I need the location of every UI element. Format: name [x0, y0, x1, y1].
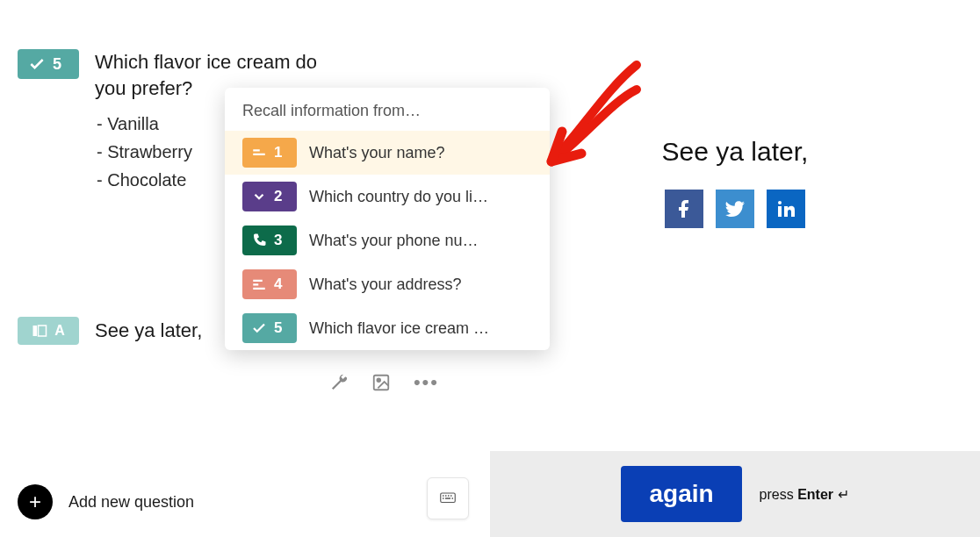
phone-icon [251, 233, 267, 248]
social-row [490, 190, 980, 228]
svg-rect-14 [253, 280, 263, 282]
check-icon [251, 320, 267, 336]
recall-item-2[interactable]: 2 Which country do you li… [225, 175, 550, 218]
svg-rect-12 [253, 149, 260, 151]
check-icon [28, 55, 46, 73]
svg-rect-6 [445, 495, 447, 497]
recall-badge: 4 [242, 269, 297, 299]
recall-num: 5 [274, 319, 282, 337]
end-screen-letter: A [54, 323, 65, 339]
more-icon[interactable]: ••• [414, 371, 439, 394]
image-icon[interactable] [371, 373, 391, 392]
press-key: Enter [797, 487, 833, 502]
svg-rect-13 [253, 154, 265, 155]
recall-badge: 1 [242, 138, 297, 168]
end-screen-badge: A [18, 317, 79, 345]
linkedin-icon [775, 198, 796, 219]
press-prefix: press [760, 487, 798, 502]
recall-label: Which country do you li… [309, 188, 488, 206]
keyboard-button[interactable] [427, 477, 469, 519]
add-question-button[interactable]: + [18, 484, 53, 519]
recall-label: What's your address? [309, 276, 462, 294]
layout-icon [32, 323, 47, 339]
linkedin-button[interactable] [767, 190, 805, 228]
recall-num: 2 [274, 188, 282, 205]
block-toolbar: ••• [0, 371, 490, 394]
facebook-icon [674, 198, 695, 219]
recall-popup: Recall information from… 1 What's your n… [225, 88, 550, 350]
add-question-label: Add new question [68, 493, 194, 512]
recall-badge: 3 [242, 226, 297, 255]
recall-label: Which flavor ice cream … [309, 319, 489, 338]
svg-point-18 [778, 201, 782, 204]
svg-rect-1 [39, 326, 47, 336]
recall-item-5[interactable]: 5 Which flavor ice cream … [225, 306, 550, 350]
recall-badge: 2 [242, 182, 297, 211]
preview-heading: See ya later, [490, 137, 980, 167]
question-badge: 5 [18, 49, 79, 79]
recall-label: What's your phone nu… [309, 232, 479, 250]
recall-num: 1 [274, 144, 282, 161]
svg-rect-0 [33, 326, 38, 336]
svg-rect-16 [253, 288, 265, 290]
svg-point-3 [377, 379, 380, 383]
add-question-bar: + Add new question [0, 467, 490, 537]
short-text-icon [251, 145, 267, 161]
recall-label: What's your name? [309, 144, 445, 162]
svg-rect-15 [253, 283, 258, 285]
again-button[interactable]: again [621, 466, 741, 522]
svg-rect-11 [452, 498, 454, 499]
recall-item-4[interactable]: 4 What's your address? [225, 262, 550, 306]
svg-rect-5 [443, 495, 444, 497]
recall-item-3[interactable]: 3 What's your phone nu… [225, 218, 550, 262]
svg-rect-7 [448, 495, 450, 497]
twitter-button[interactable] [716, 190, 754, 228]
press-enter-hint: press Enter ↵ [760, 486, 849, 503]
svg-rect-10 [445, 498, 450, 499]
recall-item-1[interactable]: 1 What's your name? [225, 131, 550, 175]
recall-title: Recall information from… [225, 88, 550, 131]
svg-rect-9 [443, 498, 444, 499]
chevron-down-icon [251, 189, 267, 204]
recall-badge: 5 [242, 313, 297, 343]
recall-num: 3 [274, 232, 282, 249]
question-number: 5 [53, 55, 61, 74]
svg-rect-17 [778, 206, 782, 217]
keyboard-icon [437, 490, 458, 506]
svg-rect-8 [450, 495, 452, 497]
wrench-icon[interactable] [329, 373, 349, 392]
recall-num: 4 [274, 276, 282, 293]
facebook-button[interactable] [665, 190, 703, 228]
end-screen-text: See ya later, [95, 319, 202, 342]
press-suffix: ↵ [833, 487, 848, 502]
address-icon [251, 276, 267, 292]
twitter-icon [724, 197, 746, 220]
preview-footer: again press Enter ↵ [490, 451, 980, 537]
